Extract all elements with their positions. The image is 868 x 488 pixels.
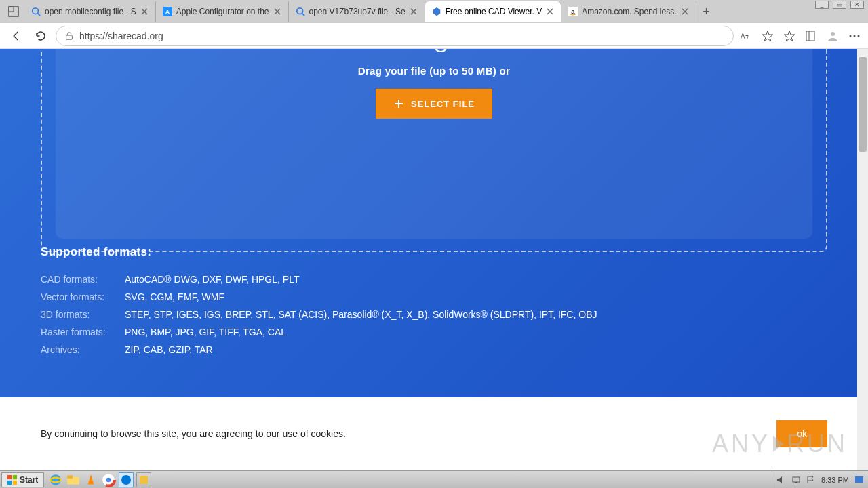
network-icon[interactable] <box>791 475 801 485</box>
format-label: Raster formats: <box>41 327 114 338</box>
plus-icon <box>393 98 404 109</box>
svg-point-41 <box>51 474 61 485</box>
vertical-scrollbar[interactable] <box>857 49 868 470</box>
profile-icon[interactable] <box>826 29 840 43</box>
select-file-button[interactable]: SELECT FILE <box>376 89 492 119</box>
format-label: Archives: <box>41 344 114 355</box>
format-label: Vector formats: <box>41 291 114 302</box>
format-row: Raster formats: PNG, BMP, JPG, GIF, TIFF… <box>41 327 827 338</box>
tab-title: Amazon.com. Spend less. <box>582 7 676 16</box>
cookie-ok-button[interactable]: ok <box>776 420 827 447</box>
favorites-icon[interactable] <box>783 29 796 43</box>
svg-text:A: A <box>165 8 170 16</box>
tab-amazon[interactable]: a Amazon.com. Spend less. <box>561 1 696 22</box>
new-tab-button[interactable]: + <box>696 5 717 19</box>
svg-rect-44 <box>68 475 73 478</box>
show-desktop[interactable] <box>854 475 864 485</box>
close-icon[interactable] <box>681 7 689 16</box>
svg-rect-37 <box>7 475 12 479</box>
tab-title: open V1Zb73uo7v file - Se <box>309 7 406 16</box>
taskbar-apps <box>48 472 151 487</box>
lock-icon <box>64 31 74 41</box>
taskbar: Start 8:33 PM <box>0 470 868 488</box>
svg-point-30 <box>858 35 860 37</box>
svg-text:A⁊: A⁊ <box>741 33 749 40</box>
tab-mobileconfig[interactable]: open mobileconfig file - S <box>24 1 156 22</box>
taskbar-ie[interactable] <box>48 472 63 487</box>
taskbar-explorer[interactable] <box>66 472 81 487</box>
tab-apple-configurator[interactable]: A Apple Configurator on the <box>156 1 289 22</box>
svg-point-27 <box>831 32 835 36</box>
format-values: SVG, CGM, EMF, WMF <box>125 291 224 302</box>
search-icon <box>31 7 41 16</box>
scrollbar-thumb[interactable] <box>859 57 867 152</box>
svg-point-32 <box>434 49 448 52</box>
read-aloud-icon[interactable]: A⁊ <box>739 29 753 43</box>
svg-point-48 <box>106 477 111 482</box>
cookie-banner: By continuing to browse this site, you a… <box>0 397 868 470</box>
clock[interactable]: 8:33 PM <box>821 476 849 484</box>
format-label: CAD formats: <box>41 274 114 285</box>
browser-tab-strip: open mobileconfig file - S A Apple Confi… <box>0 0 868 23</box>
taskbar-app[interactable] <box>136 472 151 487</box>
close-icon[interactable] <box>140 7 149 16</box>
tab-title: open mobileconfig file - S <box>45 7 136 16</box>
start-button[interactable]: Start <box>1 472 44 487</box>
search-icon <box>296 7 305 16</box>
tab-v1zb73[interactable]: open V1Zb73uo7v file - Se <box>289 1 425 22</box>
sound-icon[interactable] <box>776 475 786 485</box>
close-icon[interactable] <box>273 7 281 16</box>
close-window-button[interactable]: ✕ <box>850 1 864 9</box>
format-row: CAD formats: AutoCAD® DWG, DXF, DWF, HPG… <box>41 274 827 285</box>
svg-marker-24 <box>784 30 795 41</box>
url-input[interactable]: https://sharecad.org <box>56 26 734 46</box>
toolbar-right: A⁊ <box>739 29 861 43</box>
svg-point-49 <box>121 475 131 485</box>
svg-rect-52 <box>793 477 800 482</box>
tab-overview-button[interactable] <box>3 2 24 21</box>
flag-icon[interactable] <box>806 475 816 485</box>
collections-icon[interactable] <box>804 29 818 43</box>
format-values: ZIP, CAB, GZIP, TAR <box>125 344 213 355</box>
appstore-icon: A <box>163 7 172 16</box>
star-half-icon[interactable] <box>761 29 774 43</box>
format-row: 3D formats: STEP, STP, IGES, IGS, BREP, … <box>41 309 827 320</box>
svg-point-28 <box>850 35 852 37</box>
hero-section: Drag your file (up to 50 MB) or SELECT F… <box>0 49 868 398</box>
close-icon[interactable] <box>546 7 554 16</box>
formats-heading: Supported formats: <box>41 245 827 259</box>
minimize-button[interactable]: _ <box>815 1 829 9</box>
svg-rect-50 <box>140 476 148 484</box>
svg-rect-21 <box>66 35 73 39</box>
back-button[interactable] <box>7 26 26 45</box>
svg-line-11 <box>302 14 304 16</box>
refresh-button[interactable] <box>31 26 50 45</box>
format-values: STEP, STP, IGES, IGS, BREP, STL, SAT (AC… <box>125 309 597 320</box>
taskbar-vlc[interactable] <box>83 472 98 487</box>
format-label: 3D formats: <box>41 309 114 320</box>
svg-point-29 <box>854 35 856 37</box>
taskbar-chrome[interactable] <box>101 472 116 487</box>
format-values: PNG, BMP, JPG, GIF, TIFF, TGA, CAL <box>125 327 286 338</box>
svg-marker-14 <box>433 7 440 16</box>
close-icon[interactable] <box>410 7 418 16</box>
windows-icon <box>7 475 17 485</box>
svg-marker-45 <box>88 474 94 484</box>
svg-marker-23 <box>762 30 773 41</box>
taskbar-edge[interactable] <box>119 472 134 487</box>
svg-rect-1 <box>9 7 14 12</box>
svg-point-10 <box>296 8 302 14</box>
svg-line-3 <box>38 14 41 16</box>
menu-icon[interactable] <box>848 29 861 43</box>
tab-sharecad[interactable]: Free online CAD Viewer. V <box>425 1 562 22</box>
tab-title: Apple Configurator on the <box>176 7 269 16</box>
format-values: AutoCAD® DWG, DXF, DWF, HPGL, PLT <box>125 274 299 285</box>
tab-title: Free online CAD Viewer. V <box>446 7 542 16</box>
supported-formats: Supported formats: CAD formats: AutoCAD®… <box>41 245 827 362</box>
amazon-icon: a <box>568 7 578 16</box>
maximize-button[interactable]: ▭ <box>833 1 846 9</box>
svg-point-2 <box>33 8 39 14</box>
svg-rect-53 <box>795 482 797 483</box>
drop-zone[interactable]: Drag your file (up to 50 MB) or SELECT F… <box>56 49 812 239</box>
address-bar: https://sharecad.org A⁊ <box>0 23 868 49</box>
